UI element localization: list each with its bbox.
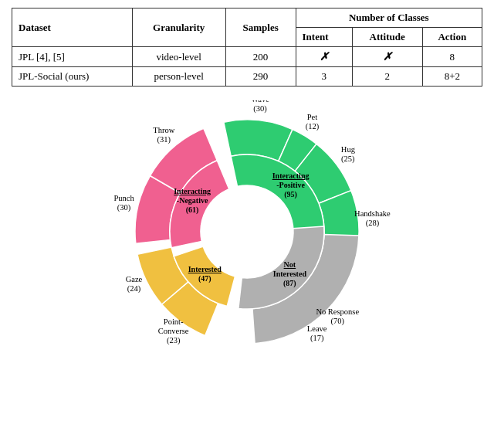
svg-text:Pet(12): Pet(12)	[306, 113, 320, 131]
cell-dataset-1: JPL [4], [5]	[12, 47, 133, 67]
svg-text:Leave(17): Leave(17)	[307, 324, 327, 343]
cell-attitude-1: ✗	[352, 47, 422, 67]
svg-point-0	[201, 185, 293, 278]
cell-action-2: 8+2	[422, 67, 482, 87]
svg-text:Handshake(28): Handshake(28)	[354, 209, 391, 228]
cell-dataset-2: JPL-Social (ours)	[12, 67, 133, 87]
donut-chart: Wave(30)Pet(12)Hug(25)Handshake(28)Punch…	[12, 100, 482, 363]
col-granularity: Granularity	[132, 8, 225, 47]
table-row: JPL [4], [5] video-level 200 ✗ ✗ 8	[12, 47, 482, 67]
cell-intent-2: 3	[296, 67, 352, 87]
col-samples: Samples	[225, 8, 296, 47]
col-intent: Intent	[296, 28, 352, 47]
dataset-table: Dataset Granularity Samples Number of Cl…	[12, 8, 482, 87]
cell-intent-1: ✗	[296, 47, 352, 67]
cell-samples-1: 200	[225, 47, 296, 67]
svg-text:Punch(30): Punch(30)	[113, 194, 134, 212]
cell-granularity-1: video-level	[132, 47, 225, 67]
cell-attitude-2: 2	[352, 67, 422, 87]
cell-samples-2: 290	[225, 67, 296, 87]
svg-text:Wave(30): Wave(30)	[251, 100, 269, 114]
col-action: Action	[422, 28, 482, 47]
col-dataset: Dataset	[12, 8, 133, 47]
cell-action-1: 8	[422, 47, 482, 67]
svg-text:Throw(31): Throw(31)	[153, 126, 174, 144]
svg-text:Hug(25): Hug(25)	[341, 145, 356, 164]
cell-granularity-2: person-level	[132, 67, 225, 87]
col-num-classes: Number of Classes	[296, 8, 482, 28]
table-row: JPL-Social (ours) person-level 290 3 2 8…	[12, 67, 482, 87]
svg-text:Gaze(24): Gaze(24)	[126, 275, 143, 294]
svg-text:No Response(70): No Response(70)	[316, 307, 359, 326]
col-attitude: Attitude	[352, 28, 422, 47]
